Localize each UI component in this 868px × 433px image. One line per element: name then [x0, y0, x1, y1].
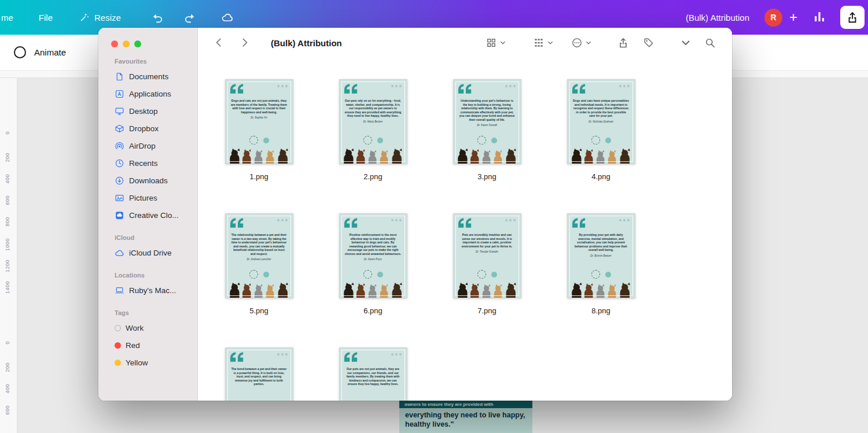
sidebar-item-dropbox[interactable]: Dropbox — [98, 120, 197, 137]
sidebar-item-red[interactable]: Red — [98, 336, 197, 354]
add-member-button[interactable]: + — [789, 10, 797, 24]
sidebar-item-label: Pictures — [129, 194, 157, 202]
tags-button[interactable] — [643, 37, 654, 49]
file-item[interactable]: Pets are incredibly intuitive and can se… — [430, 213, 544, 315]
pets-photo — [226, 281, 293, 298]
file-thumbnail: Dogs and cats are not just animals, they… — [225, 79, 293, 164]
share-button[interactable] — [840, 6, 865, 29]
stamp-badges — [340, 136, 407, 145]
paw-prints-icon — [277, 219, 288, 221]
paw-prints-icon — [391, 85, 402, 87]
resize-button[interactable]: Resize — [79, 12, 121, 23]
sidebar-section-title: Favourites — [98, 58, 197, 65]
quote-attribution: Dr. Andrew Luescher — [231, 258, 288, 262]
file-item[interactable]: Positive reinforcement is the most effec… — [316, 213, 430, 315]
more-actions-button[interactable] — [571, 37, 592, 49]
file-item[interactable]: Our pets are not just animals, they are … — [316, 347, 430, 401]
file-name: 3.png — [477, 172, 496, 181]
finder-content: (Bulk) Attribution Dogs and cats are not… — [198, 28, 732, 401]
snippet-highlight-band: owners to ensure they are provided with — [399, 401, 532, 408]
share-file-button[interactable] — [617, 37, 629, 49]
ruler-label: 1000 — [5, 238, 10, 251]
file-item[interactable]: The bond between a pet and their owner i… — [202, 347, 316, 401]
undo-button[interactable] — [151, 10, 165, 24]
sidebar-laptop-icon — [115, 286, 124, 295]
sidebar-item-label: Desktop — [129, 107, 158, 116]
file-item[interactable]: By providing your pet with daily exercis… — [544, 213, 658, 315]
quote-text: Positive reinforcement is the most effec… — [345, 233, 402, 262]
quote-text: By providing your pet with daily exercis… — [573, 233, 630, 258]
insights-button[interactable] — [812, 10, 827, 25]
file-name: 6.png — [363, 306, 382, 315]
canvas-page-snippet: owners to ensure they are provided with … — [399, 401, 532, 433]
file-thumbnail: By providing your pet with daily exercis… — [567, 213, 635, 298]
chevron-right-icon — [238, 36, 251, 49]
sidebar-section-favourites: FavouritesDocumentsApplicationsDesktopDr… — [98, 58, 197, 224]
sidebar-clock-icon — [115, 158, 124, 168]
search-icon — [704, 37, 716, 49]
view-as-icons-button[interactable] — [486, 37, 506, 49]
animate-button[interactable]: Animate — [34, 47, 66, 57]
quote-text: Our pets rely on us for everything - foo… — [345, 99, 402, 124]
sidebar-item-downloads[interactable]: Downloads — [98, 172, 197, 189]
sidebar-item-icloud-drive[interactable]: iCloud Drive — [98, 244, 197, 261]
avatar[interactable]: R — [764, 9, 782, 27]
stamp-badges — [568, 136, 635, 145]
group-by-button[interactable] — [533, 37, 554, 49]
tag-yellow-icon — [115, 360, 121, 366]
file-item[interactable]: The relationship between a pet and their… — [202, 213, 316, 315]
file-item[interactable]: Understanding your pet's behaviour is th… — [430, 79, 544, 181]
quote-attribution: Dr. Karen Pryor — [345, 258, 402, 262]
quote-attribution: Dr. Marty Becker — [345, 120, 402, 124]
sidebar-item-label: Dropbox — [129, 124, 159, 133]
quote-text: Dogs and cats are not just animals, they… — [231, 99, 288, 120]
file-item[interactable]: Dogs and cats are not just animals, they… — [202, 79, 316, 181]
circle-tool-icon[interactable] — [14, 46, 26, 58]
stamp-circle-icon — [591, 136, 600, 145]
file-item[interactable]: Our pets rely on us for everything - foo… — [316, 79, 430, 181]
zoom-button[interactable] — [134, 40, 141, 47]
toolbar-overflow-button[interactable] — [680, 37, 692, 49]
grid-view-icon — [486, 37, 497, 49]
minimize-button[interactable] — [123, 40, 130, 47]
group-icon — [533, 37, 545, 49]
file-item[interactable]: Dogs and cats have unique personalities … — [544, 79, 658, 181]
ruler-label: 1200 — [5, 260, 10, 272]
ruler-label: 600 — [5, 405, 10, 415]
teal-dot-icon — [605, 272, 611, 277]
sidebar-item-label: AirDrop — [129, 142, 156, 150]
sidebar-desktop-icon — [115, 106, 124, 116]
quote-text: Our pets are not just animals, they are … — [345, 367, 402, 386]
resize-label: Resize — [94, 13, 121, 23]
sidebar-item-creative-clo[interactable]: Creative Clo... — [98, 206, 197, 224]
teal-dot-icon — [491, 138, 497, 143]
search-button[interactable] — [704, 37, 716, 49]
sidebar-section-icloud: iCloudiCloud Drive — [98, 234, 197, 261]
sidebar-item-documents[interactable]: Documents — [98, 68, 197, 85]
ruler-label: 200 — [5, 153, 10, 162]
file-thumbnail: Positive reinforcement is the most effec… — [339, 213, 407, 298]
sidebar-item-pictures[interactable]: Pictures — [98, 189, 197, 206]
chevron-left-icon — [213, 36, 225, 49]
window-title: (Bulk) Attribution — [271, 38, 342, 48]
sidebar-item-work[interactable]: Work — [98, 319, 197, 336]
paw-prints-icon — [277, 353, 288, 356]
sidebar-item-ruby-s-mac[interactable]: Ruby's Mac... — [98, 282, 197, 299]
sidebar-item-applications[interactable]: Applications — [98, 85, 197, 102]
paw-prints-icon — [505, 219, 516, 221]
sidebar-item-recents[interactable]: Recents — [98, 154, 197, 172]
pets-photo — [568, 147, 635, 164]
back-button[interactable] — [213, 36, 226, 49]
file-menu-button[interactable]: File — [39, 13, 53, 23]
ruler-label: 400 — [5, 384, 10, 394]
home-button[interactable]: me — [1, 13, 13, 23]
file-name: 2.png — [363, 172, 382, 181]
close-button[interactable] — [111, 40, 118, 47]
sidebar-item-yellow[interactable]: Yellow — [98, 354, 197, 371]
redo-button[interactable] — [182, 10, 196, 24]
design-title[interactable]: (Bulk) Attribution — [686, 13, 749, 23]
sidebar-item-airdrop[interactable]: AirDrop — [98, 137, 197, 154]
stamp-badges — [226, 270, 293, 279]
forward-button[interactable] — [238, 36, 251, 49]
sidebar-item-desktop[interactable]: Desktop — [98, 102, 197, 120]
